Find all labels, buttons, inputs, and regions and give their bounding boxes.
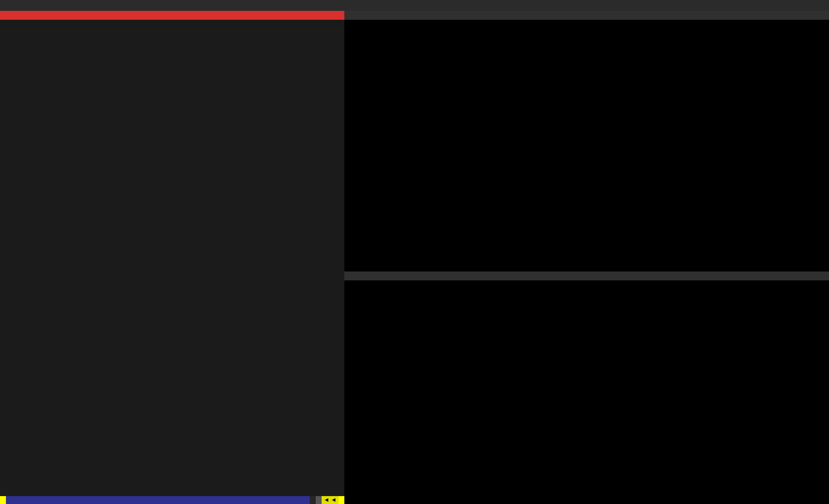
window-titlebar <box>0 0 829 11</box>
vim-encoding <box>316 496 322 504</box>
buffer-line <box>0 20 344 28</box>
vim-position <box>338 496 344 504</box>
vim-titlebar <box>0 11 344 20</box>
htop-pane[interactable] <box>344 20 829 271</box>
code-area[interactable] <box>0 28 344 496</box>
vim-pane[interactable]: ◀ ◀ <box>0 11 344 504</box>
htop-titlebar <box>344 11 829 20</box>
vim-statusline: ◀ ◀ <box>0 496 344 504</box>
vim-percent: ◀ ◀ <box>322 496 338 504</box>
vim-path <box>6 496 310 504</box>
vim-mode <box>0 496 6 504</box>
ls-titlebar <box>344 271 829 280</box>
ls-pane[interactable] <box>344 280 829 504</box>
app-icon <box>2 1 10 9</box>
vim-filetype <box>310 496 316 504</box>
